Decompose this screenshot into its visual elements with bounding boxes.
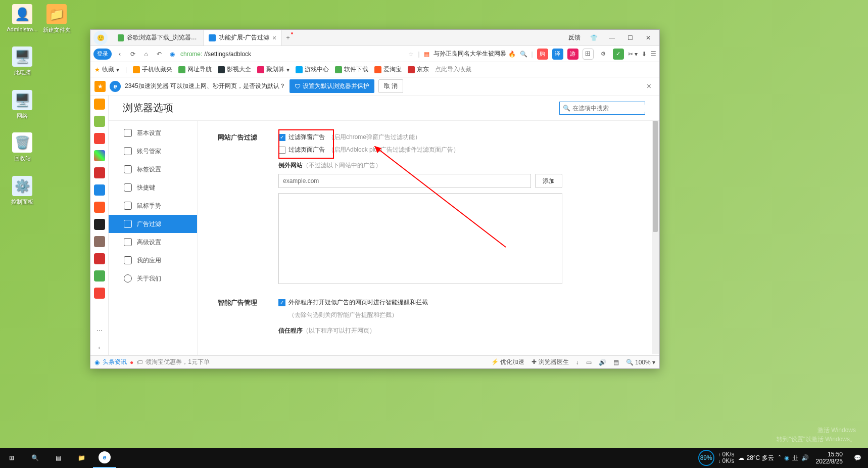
tray-volume-icon[interactable]: 🔊 — [801, 454, 809, 461]
nav-gestures[interactable]: 鼠标手势 — [109, 197, 197, 215]
bookmark-juhuasuan[interactable]: 聚划算 ▾ — [257, 65, 290, 74]
rail-icon-3[interactable] — [94, 133, 105, 144]
tab-adblock-settings[interactable]: 功能扩展-广告过滤 × — [204, 30, 282, 45]
rail-icon-12[interactable] — [94, 288, 105, 299]
bookmark-taobao[interactable]: 爱淘宝 — [374, 65, 402, 74]
settings-search-input[interactable] — [572, 105, 648, 112]
address-input[interactable]: chrome://settings/adblock — [180, 48, 367, 60]
news-headline[interactable]: 与孙正良同名大学生被网暴 🔥 — [433, 50, 516, 58]
weather-widget[interactable]: ☁ 28°C 多云 — [738, 454, 774, 462]
scrollbar-vertical[interactable] — [652, 121, 659, 354]
skin-icon[interactable]: 👕 — [587, 31, 601, 45]
nav-adblock[interactable]: 广告过滤 — [109, 215, 197, 233]
new-tab-button[interactable]: ＋ — [282, 33, 294, 42]
nav-tabs[interactable]: 标签设置 — [109, 160, 197, 178]
option-page-ad-filter[interactable]: 过滤页面广告 （启用Adblock plus广告过滤插件过滤页面广告） — [278, 146, 639, 154]
checkbox-page-ad[interactable] — [278, 147, 285, 154]
settings-search[interactable]: 🔍 — [559, 102, 645, 115]
desktop-icon-control-panel[interactable]: ⚙️控制面板 — [6, 176, 38, 206]
rail-icon-2[interactable] — [94, 116, 105, 127]
notifications-button[interactable]: 💬 — [850, 448, 865, 468]
home-button[interactable]: ⌂ — [141, 49, 151, 59]
task-view-button[interactable]: ▤ — [46, 448, 70, 468]
nav-about[interactable]: 关于我们 — [109, 269, 197, 288]
zoom-control[interactable]: 🔍 100% ▾ — [626, 359, 655, 366]
bookmark-mobile[interactable]: 手机收藏夹 — [133, 65, 172, 74]
coupon-link[interactable]: 领淘宝优惠券，1元下单 — [146, 358, 210, 366]
option-smart-block[interactable]: ✓ 外部程序打开疑似广告的网页时进行智能提醒和拦截 — [278, 298, 639, 307]
rail-icon-7[interactable] — [94, 202, 105, 213]
sb-icon-2[interactable]: ▭ — [586, 359, 592, 366]
network-speed[interactable]: ↑ 0K/s↓ 0K/s — [718, 451, 735, 464]
banner-close-icon[interactable]: × — [643, 82, 655, 91]
doctor-button[interactable]: ✚ 浏览器医生 — [532, 358, 568, 366]
download-icon[interactable]: ⬇ — [642, 51, 647, 58]
star-icon[interactable]: ☆ — [408, 51, 414, 58]
news-link[interactable]: 头条资讯 — [103, 358, 127, 366]
translate-icon[interactable]: 译 — [552, 49, 563, 60]
rail-collapse-icon[interactable]: ‹ — [99, 344, 101, 351]
rail-icon-9[interactable] — [94, 236, 105, 247]
maximize-button[interactable]: ☐ — [623, 31, 637, 45]
green-icon[interactable]: ✓ — [613, 49, 624, 60]
nav-basic[interactable]: 基本设置 — [109, 124, 197, 142]
checkbox-smart[interactable]: ✓ — [278, 299, 285, 306]
feedback-link[interactable]: 反馈 — [568, 33, 581, 42]
undo-button[interactable]: ↶ — [154, 49, 164, 59]
rail-icon-4[interactable] — [94, 150, 105, 161]
checkbox-popup[interactable]: ✓ — [278, 134, 285, 141]
apps-icon[interactable]: 田 — [583, 49, 594, 60]
rail-icon-10[interactable] — [94, 253, 105, 264]
desktop-icon-recycle-bin[interactable]: 🗑️回收站 — [6, 132, 38, 162]
exception-input[interactable] — [278, 174, 531, 188]
performance-monitor[interactable]: 89% — [698, 450, 714, 466]
scrollbar-thumb[interactable] — [653, 121, 658, 232]
rail-icon-8[interactable] — [94, 219, 105, 230]
rail-icon-5[interactable] — [94, 167, 105, 178]
browser-taskbar-button[interactable]: e — [93, 448, 116, 468]
tab-chrome-download[interactable]: 谷歌浏览器下载_浏览器官网入 — [113, 30, 204, 45]
set-default-button[interactable]: 🛡设置为默认浏览器并保护 — [290, 79, 374, 93]
news-icon[interactable]: ◉ — [94, 359, 100, 366]
refresh-button[interactable]: ⟳ — [128, 49, 138, 59]
desktop-icon-network[interactable]: 🖥️网络 — [6, 90, 38, 120]
option-popup-filter[interactable]: ✓ 过滤弹窗广告 （启用chrome弹窗广告过滤功能） — [278, 133, 639, 142]
rail-more-icon[interactable]: ⋯ — [97, 327, 103, 334]
clock[interactable]: 15:50 2022/8/25 — [813, 451, 846, 465]
exception-list[interactable] — [278, 193, 562, 284]
bookmark-nav[interactable]: 网址导航 — [178, 65, 212, 74]
avatar-button[interactable]: 🙂 — [93, 31, 108, 45]
rail-icon-11[interactable] — [94, 270, 105, 282]
favorites-button[interactable]: ★收藏 ▾ — [94, 65, 119, 74]
nav-apps[interactable]: 我的应用 — [109, 251, 197, 269]
tray-chevron-icon[interactable]: ˄ — [778, 454, 781, 461]
nav-account[interactable]: 账号管家 — [109, 142, 197, 160]
cancel-button[interactable]: 取 消 — [378, 79, 403, 93]
desktop-icon-this-pc[interactable]: 🖥️此电脑 — [6, 46, 38, 76]
add-exception-button[interactable]: 添加 — [535, 174, 562, 188]
minimize-button[interactable]: — — [605, 31, 619, 45]
bookmark-import[interactable]: 点此导入收藏 — [435, 65, 471, 74]
menu-icon[interactable]: ☰ — [651, 51, 656, 58]
file-explorer-button[interactable]: 📁 — [70, 448, 93, 468]
sb-icon-3[interactable]: 🔊 — [599, 359, 606, 366]
bookmark-games[interactable]: 游戏中心 — [296, 65, 329, 74]
sb-icon-4[interactable]: ▤ — [613, 359, 619, 366]
search-icon[interactable]: 🔍 — [520, 51, 527, 58]
search-button[interactable]: 🔍 — [23, 448, 46, 468]
start-button[interactable]: ⊞ — [0, 448, 23, 468]
scissors-icon[interactable]: ✂ ▾ — [628, 51, 638, 58]
desktop-icon-new-folder[interactable]: 📁新建文件夹 — [40, 4, 73, 34]
login-button[interactable]: 登录 — [93, 49, 112, 60]
bookmark-video[interactable]: 影视大全 — [218, 65, 251, 74]
nav-advanced[interactable]: 高级设置 — [109, 233, 197, 251]
system-tray[interactable]: ˄ ◉ 㐀 🔊 — [778, 454, 809, 462]
bookmark-jd[interactable]: 京东 — [408, 65, 429, 74]
optimize-button[interactable]: ⚡ 优化加速 — [491, 358, 524, 366]
gear-icon[interactable]: ⚙ — [598, 49, 609, 60]
close-button[interactable]: ✕ — [641, 31, 655, 45]
shopping-icon[interactable]: 购 — [537, 49, 548, 60]
back-button[interactable]: ‹ — [115, 49, 125, 59]
rail-icon-1[interactable] — [94, 99, 105, 110]
tray-ime-icon[interactable]: 㐀 — [792, 454, 798, 462]
